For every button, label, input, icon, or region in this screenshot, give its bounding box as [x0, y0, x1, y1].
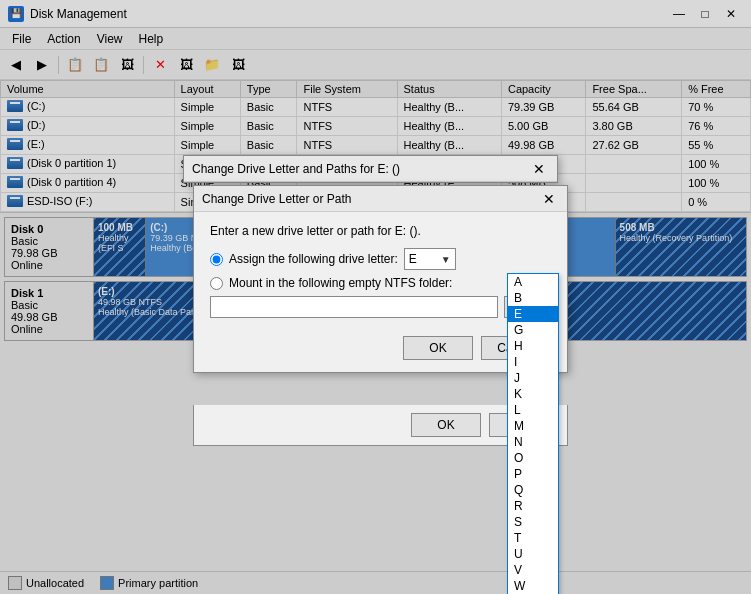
- dialog-drive-letter-paths: Change Drive Letter and Paths for E: () …: [183, 155, 558, 183]
- radio-mount[interactable]: [210, 277, 223, 290]
- dropdown-item[interactable]: T: [508, 530, 558, 546]
- radio-assign[interactable]: [210, 253, 223, 266]
- mount-folder-row: Mount in the following empty NTFS folder…: [210, 276, 551, 290]
- dropdown-item[interactable]: G: [508, 322, 558, 338]
- dialog-inner-title: Change Drive Letter or Path: [202, 192, 351, 206]
- dialog-inner-footer: OK Cancel: [210, 328, 551, 360]
- ok-button-outer[interactable]: OK: [411, 413, 481, 437]
- dropdown-item[interactable]: W: [508, 578, 558, 594]
- dropdown-item[interactable]: U: [508, 546, 558, 562]
- dropdown-item[interactable]: B: [508, 290, 558, 306]
- dropdown-arrow-icon: ▼: [441, 254, 451, 265]
- dropdown-item[interactable]: N: [508, 434, 558, 450]
- dialog-description: Enter a new drive letter or path for E: …: [210, 224, 551, 238]
- dropdown-item[interactable]: K: [508, 386, 558, 402]
- drive-select-box[interactable]: E ▼: [404, 248, 456, 270]
- dropdown-item[interactable]: O: [508, 450, 558, 466]
- dialog-outer-titlebar: Change Drive Letter and Paths for E: () …: [184, 156, 557, 182]
- dropdown-item[interactable]: A: [508, 274, 558, 290]
- drive-select-value: E: [409, 252, 417, 266]
- ok-button-inner[interactable]: OK: [403, 336, 473, 360]
- dropdown-item[interactable]: J: [508, 370, 558, 386]
- dialog-inner-titlebar: Change Drive Letter or Path ✕: [194, 186, 567, 212]
- drive-letter-row: E ▼: [404, 248, 456, 270]
- dropdown-item[interactable]: H: [508, 338, 558, 354]
- dropdown-item[interactable]: V: [508, 562, 558, 578]
- ntfs-folder-row: Bro...: [210, 296, 551, 318]
- dropdown-item[interactable]: I: [508, 354, 558, 370]
- dropdown-item[interactable]: M: [508, 418, 558, 434]
- dialog-outer-close[interactable]: ✕: [529, 161, 549, 177]
- dropdown-item[interactable]: P: [508, 466, 558, 482]
- dropdown-item[interactable]: Q: [508, 482, 558, 498]
- dropdown-item[interactable]: S: [508, 514, 558, 530]
- assign-letter-row: Assign the following drive letter: E ▼: [210, 248, 551, 270]
- ntfs-folder-input[interactable]: [210, 296, 498, 318]
- dropdown-item[interactable]: R: [508, 498, 558, 514]
- dialog-inner-close[interactable]: ✕: [539, 191, 559, 207]
- mount-label: Mount in the following empty NTFS folder…: [229, 276, 452, 290]
- dropdown-item[interactable]: E: [508, 306, 558, 322]
- drive-letter-dropdown: ABEGHIJKLMNOPQRSTUVWXYZ: [507, 273, 559, 594]
- dropdown-item[interactable]: L: [508, 402, 558, 418]
- dialog-outer-title: Change Drive Letter and Paths for E: (): [192, 162, 400, 176]
- assign-label: Assign the following drive letter:: [229, 252, 398, 266]
